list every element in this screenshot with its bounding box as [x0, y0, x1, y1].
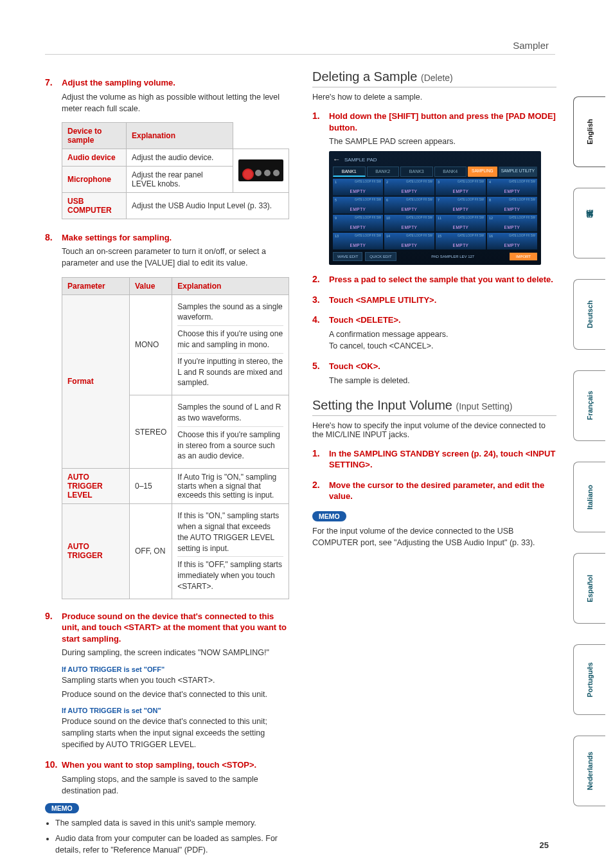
wave-edit-button: WAVE EDIT [333, 252, 362, 261]
step-title: Produce sound on the device that's conne… [62, 611, 289, 645]
rear-panel-level-image [238, 159, 283, 181]
lang-label: Español [586, 575, 594, 602]
step-title: Hold down the [SHIFT] button and press t… [329, 111, 556, 133]
pad-cell: 6GATE LOOP FX SWEMPTY [384, 197, 434, 213]
cell: If this is "ON," sampling starts when a … [172, 504, 289, 599]
pad-cell: 7GATE LOOP FX SWEMPTY [436, 197, 486, 213]
step-title: Adjust the sampling volume. [62, 77, 175, 89]
text: Sampling starts when you touch <START>. [62, 674, 289, 686]
step-number: 3. [312, 294, 325, 305]
lang-tab-francais[interactable]: Français [573, 370, 605, 441]
lang-tab-english[interactable]: English [573, 96, 605, 167]
lang-label: Français [586, 391, 594, 420]
pad-cell: 4GATE LOOP FX SWEMPTY [487, 179, 537, 195]
pad-cell: 13GATE LOOP FX SWEMPTY [333, 233, 383, 249]
delete-step-3: 3. Touch <SAMPLE UTILITY>. [312, 294, 556, 306]
lang-tab-deutsch[interactable]: Deutsch [573, 279, 605, 350]
bank-tab: BANK1 [333, 167, 366, 177]
step-title: Touch <SAMPLE UTILITY>. [329, 294, 436, 306]
heading: Setting the Input Volume [312, 398, 456, 412]
knob-image-cell [233, 149, 289, 192]
sampling-button: SAMPLING [468, 167, 497, 177]
bank-tab: BANK2 [367, 167, 400, 177]
header-rule [45, 54, 555, 55]
heading: Deleting a Sample [312, 69, 421, 84]
text: If this is "OFF," sampling starts immedi… [177, 556, 283, 594]
step-number: 10. [45, 759, 58, 770]
step-number: 2. [312, 274, 325, 284]
th-parameter: Parameter [62, 277, 130, 294]
lang-label: English [586, 119, 594, 145]
parameter-table: Parameter Value Explanation Format MONO … [62, 277, 289, 599]
delete-step-2: 2. Press a pad to select the sample that… [312, 274, 556, 285]
step-title: Touch <OK>. [329, 361, 380, 372]
step-title: In the SAMPLING STANDBY screen (p. 24), … [329, 448, 556, 471]
lang-label: Nederlands [586, 752, 594, 790]
pad-cell: 5GATE LOOP FX SWEMPTY [333, 197, 383, 213]
bank-tab: BANK4 [434, 167, 467, 177]
lang-tab-portugues[interactable]: Português [573, 644, 605, 715]
lang-tab-nederlands[interactable]: Nederlands [573, 736, 605, 806]
cell: Samples the sound as a single waveform. … [172, 294, 289, 395]
pad-cell: 15GATE LOOP FX SWEMPTY [436, 233, 486, 249]
th-value: Value [130, 277, 172, 294]
val-mono: MONO [130, 294, 172, 395]
pad-grid: 1GATE LOOP FX SWEMPTY2GATE LOOP FX SWEMP… [333, 179, 537, 249]
delete-step-5: 5. Touch <OK>. The sample is deleted. [312, 361, 556, 386]
text: Choose this if you're using one mic and … [177, 325, 283, 353]
cell: Adjust the USB Audio Input Level (p. 33)… [127, 192, 289, 219]
sample-pad-screenshot: ← SAMPLE PAD BANK1 BANK2 BANK3 BANK4 SAM… [329, 151, 541, 265]
heading-sub: (Delete) [421, 73, 453, 83]
section-deleting-sample: Deleting a Sample (Delete) [312, 69, 556, 87]
section-name: Sampler [513, 40, 549, 51]
intro-text: Here's how to specify the input volume o… [312, 421, 556, 439]
memo-label: MEMO [45, 803, 79, 813]
language-tabs: English 日本語 Deutsch Français Italiano Es… [573, 96, 605, 806]
text: If you're inputting in stereo, the L and… [177, 353, 283, 391]
section-input-volume: Setting the Input Volume (Input Setting) [312, 398, 556, 416]
lang-tab-espanol[interactable]: Español [573, 553, 605, 624]
left-column: 7. Adjust the sampling volume. Adjust th… [45, 68, 289, 860]
text: Samples the sound of L and R as two wave… [177, 399, 283, 426]
step-number: 9. [45, 611, 58, 621]
page-number: 25 [540, 840, 549, 850]
pad-cell: 14GATE LOOP FX SWEMPTY [384, 233, 434, 249]
delete-step-4: 4. Touch <DELETE>. A confirmation messag… [312, 314, 556, 352]
text: Choose this if you're sampling in stereo… [177, 426, 283, 464]
row-microphone: Microphone [62, 166, 127, 192]
cell: Adjust the rear panel LEVEL knobs. [127, 166, 233, 192]
bank-tab: BANK3 [400, 167, 433, 177]
lang-tab-italiano[interactable]: Italiano [573, 462, 605, 532]
val: OFF, ON [130, 504, 172, 599]
text: Adjust the audio device. [132, 153, 213, 162]
cell: If Auto Trig is "ON," sampling starts wh… [172, 469, 289, 504]
input-step-1: 1. In the SAMPLING STANDBY screen (p. 24… [312, 448, 556, 471]
pad-cell: 12GATE LOOP FX SWEMPTY [487, 215, 537, 231]
step-body: The sample is deleted. [329, 375, 556, 386]
lang-label: Deutsch [586, 300, 594, 328]
subhead-auto-trigger-off: If AUTO TRIGGER is set "OFF" [62, 665, 289, 673]
row-format: Format [62, 294, 130, 469]
lang-tab-japanese[interactable]: 日本語 [573, 188, 605, 258]
text: Produce sound on the device that's conne… [62, 716, 289, 750]
step-title: Touch <DELETE>. [329, 314, 401, 326]
screenshot-title: SAMPLE PAD [344, 157, 377, 163]
memo-label: MEMO [312, 511, 346, 521]
step-number: 2. [312, 480, 325, 490]
pad-sampler-level: PAD SAMPLER LEV 127 [399, 255, 507, 258]
lang-label: Italiano [586, 485, 594, 510]
row-usb-computer: USB COMPUTER [62, 192, 127, 219]
th-device: Device to sample [62, 122, 127, 149]
step-body: The SAMPLE PAD screen appears. [329, 136, 556, 147]
quick-edit-button: QUICK EDIT [365, 252, 396, 261]
step-body: To cancel, touch <CANCEL>. [329, 340, 556, 352]
th-explanation: Explanation [127, 122, 233, 149]
cell: Samples the sound of L and R as two wave… [172, 395, 289, 469]
step-number: 7. [45, 77, 58, 87]
val: 0–15 [130, 469, 172, 504]
cell: Adjust the audio device. [127, 149, 233, 166]
right-column: Deleting a Sample (Delete) Here's how to… [312, 68, 556, 860]
memo-text: For the input volume of the device conne… [312, 525, 556, 548]
memo-item: The sampled data is saved in this unit's… [55, 817, 289, 829]
text: Produce sound on the device that's conne… [62, 689, 289, 700]
